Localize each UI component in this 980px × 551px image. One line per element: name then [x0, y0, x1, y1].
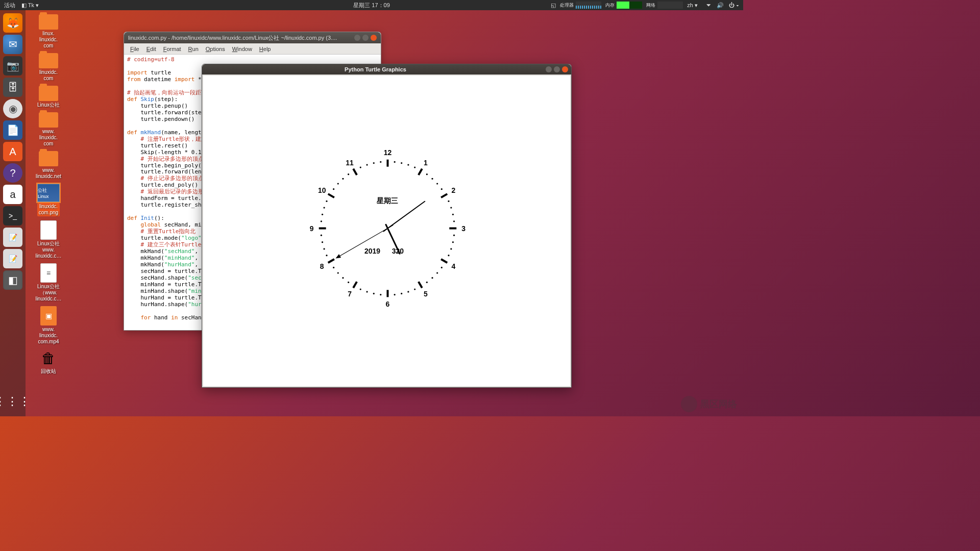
svg-point-21 — [452, 241, 454, 243]
svg-text:3: 3 — [461, 224, 465, 233]
maximize-button[interactable] — [554, 66, 560, 72]
app-menu[interactable]: ◧ Tk ▾ — [21, 2, 39, 9]
launcher-files[interactable]: 🗄 — [3, 78, 22, 97]
svg-line-12 — [441, 194, 447, 197]
svg-point-10 — [436, 183, 438, 184]
launcher-python-file-2[interactable]: 📝 — [3, 249, 22, 268]
svg-point-34 — [401, 293, 402, 294]
launcher-libreoffice[interactable]: 📄 — [3, 120, 22, 140]
svg-text:12: 12 — [384, 148, 392, 157]
svg-text:2: 2 — [451, 186, 455, 194]
desktop-icon[interactable]: linux.linuxidc.com — [28, 14, 69, 49]
desktop-icon[interactable]: 公社 Linuxlinuxidc.com.png — [28, 184, 69, 216]
launcher-firefox[interactable]: 🦊 — [3, 13, 22, 33]
svg-line-66 — [353, 169, 357, 175]
svg-point-8 — [426, 173, 428, 175]
svg-text:1: 1 — [424, 159, 428, 167]
desktop-icon[interactable]: ▣www.linuxidc.com.mp4 — [28, 306, 69, 345]
menu-help[interactable]: Help — [256, 45, 274, 53]
minimize-button[interactable] — [546, 66, 552, 72]
network-icon[interactable]: ⏷ — [706, 2, 712, 9]
svg-point-39 — [373, 293, 375, 294]
menu-window[interactable]: Window — [229, 45, 255, 53]
svg-point-4 — [407, 164, 409, 166]
svg-point-33 — [407, 291, 409, 292]
turtle-window[interactable]: Python Turtle Graphics 121234567891011星期… — [202, 64, 572, 388]
turtle-titlebar[interactable]: Python Turtle Graphics — [202, 64, 571, 74]
launcher-help[interactable]: ? — [3, 163, 22, 183]
desktop-icon[interactable]: 🗑回收站 — [28, 349, 69, 374]
svg-point-57 — [322, 214, 323, 215]
idle-title: linuxidc.com.py - /home/linuxidc/www.lin… — [128, 34, 354, 42]
svg-point-63 — [337, 183, 339, 184]
svg-text:7: 7 — [348, 290, 352, 298]
watermark-logo-icon — [681, 396, 697, 412]
launcher-camera[interactable]: 📷 — [3, 56, 22, 76]
activities-button[interactable]: 活动 — [4, 2, 15, 9]
svg-point-64 — [342, 178, 344, 180]
svg-line-60 — [328, 194, 334, 197]
launcher-thunderbird[interactable]: ✉ — [3, 35, 22, 54]
launcher-amazon[interactable]: a — [3, 185, 22, 204]
close-button[interactable] — [371, 35, 377, 41]
desktop-icons: linux.linuxidc.comlinuxidc.comLinux公社www… — [28, 14, 69, 379]
svg-point-56 — [321, 220, 322, 222]
topbar-clock[interactable]: 星期三 17：09 — [353, 2, 390, 9]
launcher-disk[interactable]: ◉ — [3, 99, 22, 118]
svg-point-14 — [448, 201, 449, 202]
menu-format[interactable]: Format — [160, 45, 184, 53]
svg-text:9: 9 — [310, 224, 314, 233]
svg-point-2 — [394, 161, 396, 163]
mem-indicator[interactable]: 内存 — [605, 2, 642, 9]
idle-titlebar[interactable]: linuxidc.com.py - /home/linuxidc/www.lin… — [124, 32, 381, 43]
svg-line-42 — [353, 282, 357, 288]
watermark: 黑区网络 — [681, 396, 737, 412]
svg-point-47 — [333, 267, 334, 268]
power-icon[interactable]: ⏻ ▾ — [729, 2, 739, 9]
indicator-icon[interactable]: ◱ — [551, 2, 556, 9]
menu-file[interactable]: File — [127, 45, 142, 53]
cpu-indicator[interactable]: 处理器 — [560, 2, 601, 9]
svg-point-29 — [426, 282, 428, 283]
svg-point-53 — [321, 235, 322, 236]
svg-point-65 — [348, 173, 349, 175]
desktop-icon[interactable]: Linux公社 — [28, 86, 69, 108]
svg-text:6: 6 — [386, 300, 390, 308]
svg-marker-78 — [334, 254, 341, 260]
language-indicator[interactable]: zh ▾ — [687, 2, 698, 9]
launcher-terminal[interactable]: >_ — [3, 206, 22, 226]
svg-point-46 — [337, 272, 339, 273]
desktop-icon[interactable]: www.linuxidc.com — [28, 112, 69, 147]
desktop-icon[interactable]: Linux公社www.linuxidc.c… — [28, 220, 69, 259]
show-applications[interactable]: ⋮⋮⋮ — [3, 392, 22, 411]
minimize-button[interactable] — [354, 35, 360, 41]
launcher-idle[interactable]: ◧ — [3, 270, 22, 290]
desktop-icon[interactable]: www.linuxidc.net — [28, 151, 69, 180]
volume-icon[interactable]: 🔊 — [717, 2, 724, 9]
net-indicator[interactable]: 网络 — [646, 2, 683, 9]
svg-point-38 — [380, 294, 381, 295]
svg-point-26 — [441, 267, 443, 268]
desktop-icon[interactable]: linuxidc.com — [28, 53, 69, 82]
maximize-button[interactable] — [362, 35, 369, 41]
menu-run[interactable]: Run — [185, 45, 202, 53]
desktop-icon[interactable]: ≡Linux公社（www.linuxidc.c… — [28, 263, 69, 302]
launcher-python-file-1[interactable]: 📝 — [3, 228, 22, 247]
svg-point-23 — [448, 255, 449, 256]
svg-point-51 — [324, 248, 325, 249]
close-button[interactable] — [562, 66, 568, 72]
svg-point-45 — [342, 277, 344, 279]
svg-text:星期三: 星期三 — [376, 196, 398, 205]
svg-point-22 — [450, 248, 452, 249]
svg-line-48 — [328, 259, 334, 263]
svg-point-41 — [360, 288, 361, 290]
menu-edit[interactable]: Edit — [143, 45, 159, 53]
menu-options[interactable]: Options — [203, 45, 228, 53]
svg-point-68 — [360, 166, 361, 168]
launcher-software[interactable]: A — [3, 142, 22, 161]
svg-point-27 — [436, 272, 438, 273]
svg-point-20 — [453, 235, 455, 236]
svg-text:8: 8 — [320, 262, 324, 270]
svg-line-6 — [419, 169, 422, 175]
svg-point-58 — [324, 207, 325, 208]
